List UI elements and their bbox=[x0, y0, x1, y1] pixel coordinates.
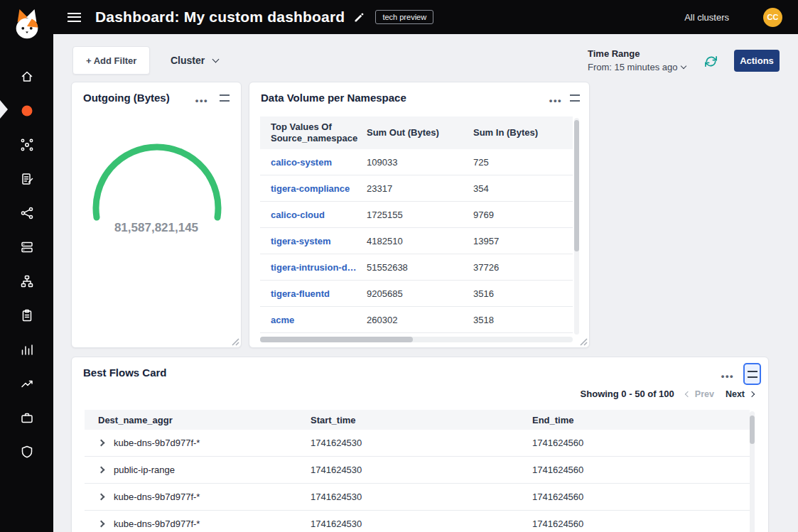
cluster-filter-label: Cluster bbox=[171, 55, 205, 66]
start-time: 1741624530 bbox=[311, 519, 532, 529]
card-drag-handle[interactable] bbox=[220, 94, 230, 102]
vertical-scrollbar[interactable] bbox=[750, 411, 755, 532]
shield-icon bbox=[20, 445, 34, 459]
ellipsis-icon: ••• bbox=[549, 95, 562, 106]
add-filter-button[interactable]: + Add Filter bbox=[72, 46, 150, 75]
expand-row-chevron-icon[interactable] bbox=[98, 440, 105, 447]
table-row: tigera-compliance 23317 354 bbox=[260, 175, 573, 202]
dest-name: kube-dns-9b7d977f-* bbox=[114, 438, 200, 448]
sum-out-value: 4182510 bbox=[367, 236, 473, 246]
time-range-value: From: 15 minutes ago bbox=[588, 62, 677, 72]
actions-button[interactable]: Actions bbox=[734, 50, 780, 72]
cluster-filter-dropdown[interactable]: Cluster bbox=[171, 46, 218, 75]
sidebar-item-security[interactable] bbox=[0, 435, 53, 469]
table-row[interactable]: kube-dns-9b7d977f-* 1741624530 174162456… bbox=[85, 430, 750, 457]
card-title: Outgoing (Bytes) bbox=[83, 92, 170, 104]
resize-grip-icon[interactable] bbox=[580, 338, 588, 346]
card-drag-handle-focused[interactable] bbox=[743, 363, 761, 385]
sidebar-item-network[interactable] bbox=[0, 196, 53, 230]
sidebar-item-policies[interactable] bbox=[0, 298, 53, 332]
time-range-block: Time Range From: 15 minutes ago bbox=[588, 48, 686, 72]
sidebar-item-compliance[interactable] bbox=[0, 162, 53, 196]
end-time: 1741624560 bbox=[532, 492, 750, 502]
sidebar-item-trends[interactable] bbox=[0, 367, 53, 401]
vertical-scrollbar[interactable] bbox=[574, 118, 579, 335]
namespace-link[interactable]: tigera-fluentd bbox=[260, 288, 367, 299]
card-options-button[interactable]: ••• bbox=[549, 94, 562, 107]
sidebar-item-statistics[interactable] bbox=[0, 332, 53, 367]
pagination: Showing 0 - 50 of 100 Prev Next bbox=[581, 389, 754, 399]
expand-row-chevron-icon[interactable] bbox=[98, 467, 105, 474]
trend-line-icon bbox=[20, 376, 34, 391]
namespace-link[interactable]: tigera-compliance bbox=[260, 183, 367, 194]
horizontal-scrollbar[interactable] bbox=[260, 337, 573, 342]
user-avatar[interactable]: CC bbox=[763, 8, 782, 27]
time-range-label: Time Range bbox=[588, 48, 686, 59]
menu-toggle-button[interactable] bbox=[68, 13, 81, 22]
table-header-row: Dest_name_aggr Start_time End_time bbox=[85, 410, 750, 430]
calico-logo[interactable] bbox=[0, 7, 53, 43]
start-time: 1741624530 bbox=[311, 465, 532, 475]
report-pencil-icon bbox=[20, 172, 34, 186]
namespace-link[interactable]: calico-system bbox=[260, 157, 367, 168]
sum-out-value: 51552638 bbox=[367, 262, 473, 273]
next-page-button[interactable]: Next bbox=[726, 389, 754, 399]
namespace-link[interactable]: calico-cloud bbox=[260, 210, 367, 220]
dest-name: kube-dns-9b7d977f-* bbox=[114, 519, 200, 529]
table-row[interactable]: kube-dns-9b7d977f-* 1741624530 174162456… bbox=[85, 511, 750, 532]
namespace-table: Top Values Of Source_namespace Sum Out (… bbox=[260, 116, 573, 333]
table-row[interactable]: public-ip-range 1741624530 1741624560 bbox=[85, 457, 750, 484]
drag-handle-icon bbox=[570, 94, 580, 102]
sidebar-item-topology[interactable] bbox=[0, 264, 53, 298]
sidebar-item-dashboards[interactable] bbox=[0, 94, 53, 128]
table-row: calico-system 109033 725 bbox=[260, 149, 573, 175]
column-header: Sum In (Bytes) bbox=[473, 127, 573, 139]
scrollbar-thumb[interactable] bbox=[574, 120, 579, 251]
topology-tree-icon bbox=[20, 274, 34, 288]
hamburger-icon bbox=[68, 13, 81, 22]
sum-out-value: 9205685 bbox=[367, 288, 473, 299]
start-time: 1741624530 bbox=[311, 492, 532, 502]
sum-in-value: 3518 bbox=[473, 315, 573, 325]
pencil-icon bbox=[353, 11, 365, 23]
card-options-button[interactable]: ••• bbox=[195, 94, 208, 107]
chevron-down-icon bbox=[681, 63, 686, 68]
sidebar bbox=[0, 0, 53, 532]
namespace-link[interactable]: tigera-system bbox=[260, 236, 367, 246]
resize-grip-icon[interactable] bbox=[232, 338, 239, 346]
refresh-button[interactable] bbox=[702, 53, 719, 70]
sidebar-item-applications[interactable] bbox=[0, 401, 53, 435]
card-title: Data Volume per Namespace bbox=[261, 92, 406, 104]
sidebar-item-home[interactable] bbox=[0, 60, 53, 94]
table-row: tigera-fluentd 9205685 3516 bbox=[260, 281, 573, 307]
chevron-left-icon bbox=[685, 391, 691, 396]
namespace-link[interactable]: tigera-intrusion-d… bbox=[260, 262, 367, 273]
card-title: Best Flows Card bbox=[83, 367, 167, 379]
app-root: Dashboard: My custom dashboard tech prev… bbox=[0, 0, 798, 532]
expand-row-chevron-icon[interactable] bbox=[98, 494, 105, 501]
expand-row-chevron-icon[interactable] bbox=[98, 521, 105, 528]
drag-handle-icon bbox=[748, 371, 757, 378]
prev-page-button[interactable]: Prev bbox=[686, 389, 714, 399]
sum-in-value: 725 bbox=[473, 157, 573, 168]
column-header: Start_time bbox=[311, 415, 532, 425]
sum-in-value: 13957 bbox=[473, 236, 573, 246]
sidebar-item-endpoints[interactable] bbox=[0, 128, 53, 162]
edit-dashboard-button[interactable] bbox=[353, 11, 365, 23]
table-row: tigera-system 4182510 13957 bbox=[260, 228, 573, 254]
time-range-selector[interactable]: From: 15 minutes ago bbox=[588, 62, 686, 72]
next-label: Next bbox=[726, 389, 745, 399]
namespace-link[interactable]: acme bbox=[260, 315, 367, 325]
scrollbar-thumb[interactable] bbox=[260, 337, 413, 342]
sidebar-nav bbox=[0, 60, 53, 469]
table-row[interactable]: kube-dns-9b7d977f-* 1741624530 174162456… bbox=[85, 484, 750, 511]
network-share-icon bbox=[20, 206, 34, 220]
card-drag-handle[interactable] bbox=[570, 94, 580, 102]
end-time: 1741624560 bbox=[532, 438, 750, 448]
cluster-scope-selector[interactable]: All clusters bbox=[684, 12, 729, 23]
sidebar-item-hosts[interactable] bbox=[0, 230, 53, 264]
table-row: tigera-intrusion-d… 51552638 37726 bbox=[260, 254, 573, 281]
hosts-stack-icon bbox=[20, 240, 34, 254]
scrollbar-thumb[interactable] bbox=[750, 416, 755, 444]
card-options-button[interactable]: ••• bbox=[721, 369, 734, 382]
